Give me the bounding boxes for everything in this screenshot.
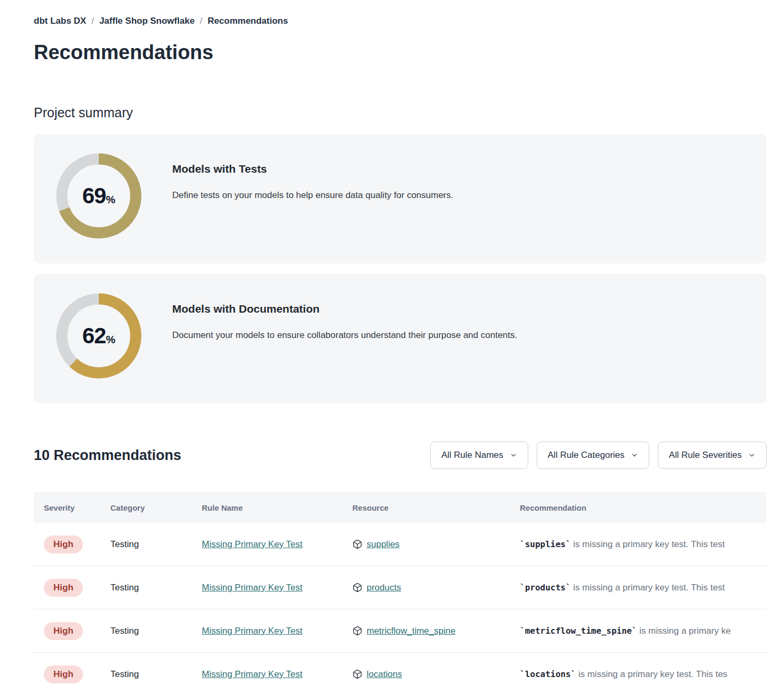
breadcrumb-separator: / bbox=[200, 16, 202, 26]
category-cell: Testing bbox=[110, 669, 202, 680]
severity-badge: High bbox=[44, 536, 83, 553]
rule-name-link[interactable]: Missing Primary Key Test bbox=[202, 669, 303, 679]
table-row: High Testing Missing Primary Key Test su… bbox=[34, 523, 767, 566]
summary-card-documentation: 62 % Models with Documentation Document … bbox=[34, 274, 767, 403]
page-title: Recommendations bbox=[34, 41, 767, 64]
category-cell: Testing bbox=[110, 539, 202, 550]
table-row: High Testing Missing Primary Key Test pr… bbox=[34, 566, 767, 609]
tests-percent-sign: % bbox=[106, 194, 115, 206]
category-cell: Testing bbox=[110, 583, 202, 593]
severity-badge: High bbox=[44, 622, 83, 640]
tests-card-description: Define tests on your models to help ensu… bbox=[172, 190, 453, 201]
category-cell: Testing bbox=[110, 626, 202, 636]
model-cube-icon bbox=[352, 583, 362, 593]
chevron-down-icon bbox=[631, 452, 638, 459]
rule-names-filter[interactable]: All Rule Names bbox=[430, 442, 528, 469]
column-header-recommendation: Recommendation bbox=[520, 503, 767, 512]
model-cube-icon bbox=[352, 539, 362, 549]
table-row: High Testing Missing Primary Key Test me… bbox=[34, 609, 767, 653]
project-summary-heading: Project summary bbox=[34, 105, 767, 120]
breadcrumb-separator: / bbox=[91, 16, 94, 26]
severity-badge: High bbox=[44, 665, 83, 683]
severity-badge: High bbox=[44, 579, 83, 597]
documentation-percent-value: 62 bbox=[82, 323, 106, 349]
documentation-card-description: Document your models to ensure collabora… bbox=[172, 330, 517, 341]
tests-donut-chart: 69 % bbox=[56, 153, 142, 239]
recommendation-text: is missing a primary ke bbox=[637, 626, 731, 636]
summary-card-tests: 69 % Models with Tests Define tests on y… bbox=[34, 134, 767, 264]
rule-categories-filter[interactable]: All Rule Categories bbox=[537, 442, 650, 469]
recommendations-table: Severity Category Rule Name Resource Rec… bbox=[34, 492, 767, 695]
resource-link[interactable]: supplies bbox=[367, 539, 399, 550]
column-header-severity: Severity bbox=[44, 503, 110, 512]
breadcrumb-project-link[interactable]: Jaffle Shop Snowflake bbox=[99, 16, 194, 26]
recommendations-page: dbt Labs DX / Jaffle Shop Snowflake / Re… bbox=[0, 0, 784, 695]
recommendation-text: is missing a primary key test. This test bbox=[571, 539, 725, 549]
rule-name-link[interactable]: Missing Primary Key Test bbox=[202, 539, 303, 549]
column-header-rule-name: Rule Name bbox=[202, 503, 352, 512]
recommendation-code: `metricflow_time_spine` bbox=[520, 626, 637, 636]
breadcrumb-account-link[interactable]: dbt Labs DX bbox=[34, 16, 86, 26]
recommendation-text: is missing a primary key test. This tes bbox=[576, 669, 727, 679]
rule-severities-filter[interactable]: All Rule Severities bbox=[658, 442, 767, 469]
resource-link[interactable]: products bbox=[367, 583, 401, 593]
table-row: High Testing Missing Primary Key Test lo… bbox=[34, 653, 767, 695]
recommendation-code: `supplies` bbox=[520, 539, 571, 549]
tests-percent-value: 69 bbox=[82, 183, 106, 209]
column-header-category: Category bbox=[110, 503, 202, 512]
recommendation-cell: `products` is missing a primary key test… bbox=[520, 583, 767, 593]
rule-severities-filter-label: All Rule Severities bbox=[669, 450, 742, 461]
model-cube-icon bbox=[352, 626, 362, 636]
rule-name-link[interactable]: Missing Primary Key Test bbox=[202, 583, 303, 593]
recommendation-cell: `supplies` is missing a primary key test… bbox=[520, 539, 767, 550]
documentation-donut-chart: 62 % bbox=[56, 293, 142, 379]
tests-card-title: Models with Tests bbox=[172, 163, 453, 175]
chevron-down-icon bbox=[748, 452, 755, 459]
column-header-resource: Resource bbox=[352, 503, 520, 512]
resource-link[interactable]: metricflow_time_spine bbox=[367, 626, 455, 636]
rule-categories-filter-label: All Rule Categories bbox=[548, 450, 625, 461]
model-cube-icon bbox=[352, 669, 362, 679]
recommendation-text: is missing a primary key test. This test bbox=[571, 583, 725, 593]
documentation-percent-sign: % bbox=[106, 334, 115, 346]
recommendation-code: `locations` bbox=[520, 669, 576, 679]
resource-link[interactable]: locations bbox=[367, 669, 402, 680]
table-header-row: Severity Category Rule Name Resource Rec… bbox=[34, 492, 767, 523]
breadcrumb: dbt Labs DX / Jaffle Shop Snowflake / Re… bbox=[34, 16, 767, 26]
rule-names-filter-label: All Rule Names bbox=[441, 450, 503, 461]
recommendation-cell: `locations` is missing a primary key tes… bbox=[520, 669, 767, 680]
recommendation-code: `products` bbox=[520, 583, 571, 593]
recommendation-cell: `metricflow_time_spine` is missing a pri… bbox=[520, 626, 767, 636]
breadcrumb-current: Recommendations bbox=[208, 16, 288, 26]
documentation-card-title: Models with Documentation bbox=[172, 303, 517, 315]
filters: All Rule Names All Rule Categories All R… bbox=[430, 442, 767, 469]
rule-name-link[interactable]: Missing Primary Key Test bbox=[202, 626, 303, 636]
chevron-down-icon bbox=[510, 452, 517, 459]
recommendations-count-heading: 10 Recommendations bbox=[34, 447, 181, 464]
